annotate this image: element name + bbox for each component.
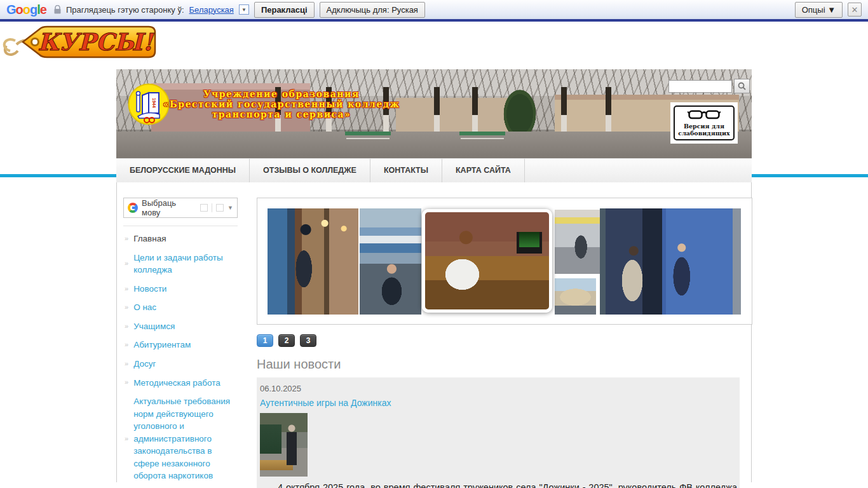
search-button[interactable]	[734, 79, 750, 93]
nav-item-kontakty[interactable]: КОНТАКТЫ	[370, 159, 442, 182]
bullet-icon: »	[125, 234, 128, 244]
bullet-icon: »	[125, 377, 128, 388]
translate-bar-left: Google Праглядзець гэтую старонку ў: Бел…	[6, 2, 425, 18]
news-title-link[interactable]: Аутентичные игры на Дожинках	[260, 398, 738, 408]
translate-button[interactable]: Перакласці	[254, 2, 315, 18]
sidebar-item-dosug[interactable]: »Досуг	[123, 355, 238, 374]
tree-trunk	[606, 87, 611, 138]
glasses-icon	[688, 109, 721, 120]
language-selector[interactable]: Выбраць мову ▼	[123, 198, 238, 218]
language-selector-box2	[216, 204, 224, 212]
nav-item-karta-sajta[interactable]: КАРТА САЙТА	[442, 159, 525, 182]
news-thumbnail[interactable]	[260, 413, 308, 477]
nav-item-otzyvy[interactable]: ОТЗЫВЫ О КОЛЛЕДЖЕ	[250, 159, 370, 182]
page-button-3[interactable]: 3	[300, 334, 316, 347]
tree-trunk	[561, 87, 567, 138]
language-selector-label: Выбраць мову	[142, 198, 196, 217]
carousel-photo-station-building[interactable]	[555, 278, 596, 315]
sidebar-item-o-nas[interactable]: »О нас	[123, 298, 238, 317]
sidebar-item-label: Актуальные требования норм действующего …	[133, 395, 236, 482]
bullet-icon: »	[125, 359, 128, 369]
disable-translate-button[interactable]: Адключыць для: Руская	[320, 2, 425, 18]
sidebar-item-uchashchimsya[interactable]: »Учащимся	[123, 317, 238, 336]
sidebar-item-abiturientam[interactable]: »Абитуриентам	[123, 336, 238, 355]
carousel-photo-conductor-checking-tickets[interactable]	[600, 208, 741, 315]
google-logo: Google	[6, 3, 46, 17]
bullet-icon: »	[125, 259, 128, 269]
bullet-icon: »	[125, 302, 128, 313]
college-title-line1: Учреждение образования	[142, 89, 421, 99]
bench	[459, 132, 505, 135]
news-date: 06.10.2025	[260, 384, 738, 393]
photo-carousel	[257, 198, 752, 325]
sidebar-menu: »Главная »Цели и задачи работы колледжа …	[123, 226, 238, 488]
nav-item-belorusskie-madonny[interactable]: БЕЛОРУССКИЕ МАДОННЫ	[116, 159, 250, 182]
search-input[interactable]	[668, 80, 732, 93]
sidebar-item-celi-i-zadachi[interactable]: »Цели и задачи работы колледжа	[123, 248, 238, 280]
content: Выбраць мову ▼ »Главная »Цели и задачи р…	[116, 182, 752, 482]
main-column: 1 2 3 Наши новости 06.10.2025 Аутентичны…	[257, 198, 752, 482]
search-icon	[738, 82, 746, 90]
sidebar-item-metodicheskaya-rabota[interactable]: »Методическая работа	[123, 374, 238, 393]
svg-text:КУРСЫ!: КУРСЫ!	[37, 28, 154, 56]
language-dropdown[interactable]: ▼	[239, 4, 249, 15]
low-vision-label-line2: слабовидящих	[676, 130, 732, 137]
language-link[interactable]: Беларуская	[189, 5, 234, 15]
language-selector-divider	[212, 203, 212, 212]
header-photo: 1944 Учреждение образования «Брестский г…	[116, 69, 752, 158]
close-translate-bar-button[interactable]: ✕	[848, 3, 862, 17]
tree-trunk	[472, 87, 478, 138]
carousel-photo-ticket-office-clerk[interactable]	[422, 209, 552, 313]
sidebar-item-label: Досуг	[133, 358, 156, 370]
sidebar-item-label: Методическая работа	[133, 377, 220, 390]
news-excerpt: 4 октября 2025 года, во время фестиваля …	[260, 481, 738, 488]
bench	[345, 132, 391, 135]
sidebar: Выбраць мову ▼ »Главная »Цели и задачи р…	[123, 198, 238, 482]
sidebar-item-novosti[interactable]: »Новости	[123, 280, 238, 299]
google-translate-bar: Google Праглядзець гэтую старонку ў: Бел…	[0, 0, 868, 22]
page-button-1[interactable]: 1	[257, 334, 273, 347]
bullet-icon: »	[125, 340, 128, 350]
translate-message: Праглядзець гэтую старонку ў:	[66, 5, 184, 15]
options-button[interactable]: Опцыі ▼	[795, 2, 843, 18]
kursy-tag-logo[interactable]: КУРСЫ!	[0, 22, 160, 62]
sidebar-item-label: Учащимся	[133, 320, 175, 333]
sidebar-item-label: Новости	[133, 283, 166, 295]
language-selector-box1	[200, 204, 208, 212]
college-title-line3: транспорта и сервиса»	[142, 109, 421, 119]
carousel-photo-students-at-station[interactable]	[360, 208, 421, 315]
sidebar-item-glavnaya[interactable]: »Главная	[123, 229, 238, 248]
bullet-icon: »	[125, 434, 128, 444]
college-title-line2: «Брестский государственный колледж	[142, 99, 421, 109]
sidebar-item-label: Главная	[133, 233, 166, 245]
nav-band: БЕЛОРУССКИЕ МАДОННЫ ОТЗЫВЫ О КОЛЛЕДЖЕ КО…	[0, 158, 868, 182]
college-title: Учреждение образования «Брестский госуда…	[142, 89, 421, 119]
news-heading: Наши новости	[257, 357, 752, 372]
sidebar-item-label: Абитуриентам	[133, 339, 191, 351]
low-vision-label-line1: Версия для	[676, 123, 732, 130]
pavement	[116, 132, 752, 158]
logo-band: КУРСЫ!	[0, 22, 868, 69]
photo-collage	[268, 208, 742, 315]
low-vision-frame: Версия для слабовидящих	[674, 105, 735, 140]
bullet-icon: »	[125, 322, 128, 332]
bullet-icon: »	[125, 284, 128, 294]
sidebar-item-aktualnye-trebovaniya[interactable]: »Актуальные требования норм действующего…	[123, 392, 238, 485]
translate-bar-right: Опцыі ▼ ✕	[795, 2, 862, 18]
sidebar-item-ideologiya[interactable]: »Идеология и воспитание	[123, 485, 238, 488]
lock-icon	[54, 5, 61, 14]
sidebar-item-label: О нас	[133, 301, 156, 314]
page-button-2[interactable]: 2	[278, 334, 295, 347]
main-navigation: БЕЛОРУССКИЕ МАДОННЫ ОТЗЫВЫ О КОЛЛЕДЖЕ КО…	[116, 158, 752, 182]
tree-trunk	[434, 87, 440, 138]
nav-filler	[525, 159, 752, 182]
low-vision-button[interactable]: Версия для слабовидящих	[670, 102, 738, 144]
chevron-down-icon: ▼	[227, 205, 233, 211]
google-g-icon	[128, 203, 138, 213]
carousel-photo-conductor-in-train-car[interactable]	[268, 208, 358, 315]
sidebar-item-label: Цели и задачи работы колледжа	[133, 252, 236, 276]
carousel-pagination: 1 2 3	[257, 334, 752, 347]
masthead-wrap: 1944 Учреждение образования «Брестский г…	[116, 69, 752, 158]
news-item: 06.10.2025 Аутентичные игры на Дожинках …	[257, 377, 740, 488]
